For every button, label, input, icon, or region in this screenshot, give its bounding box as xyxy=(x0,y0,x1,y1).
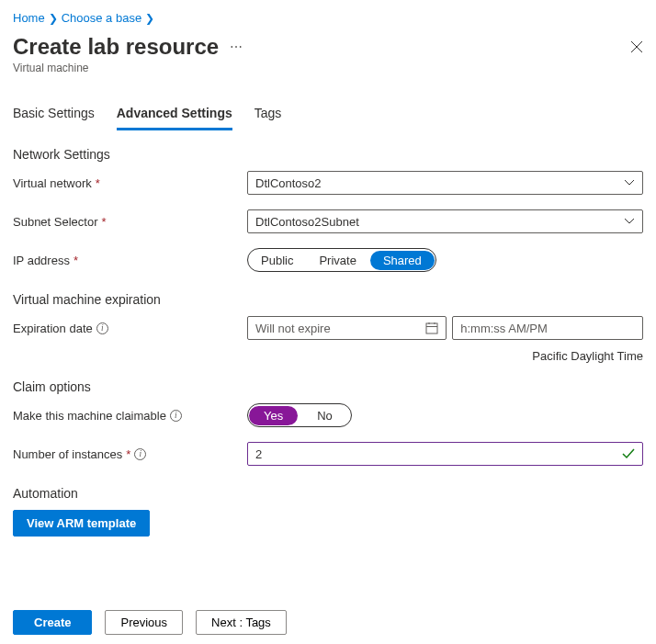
ip-address-toggle: Public Private Shared xyxy=(247,248,436,272)
expiration-date-input[interactable]: Will not expire xyxy=(247,316,447,340)
chevron-right-icon: ❯ xyxy=(49,12,58,25)
ip-private-option[interactable]: Private xyxy=(306,251,368,270)
expiration-date-placeholder: Will not expire xyxy=(255,322,331,335)
ip-address-label: IP address * xyxy=(13,254,247,267)
virtual-network-select[interactable]: DtlContoso2 xyxy=(247,171,643,195)
instances-value: 2 xyxy=(255,447,262,461)
info-icon[interactable]: i xyxy=(96,322,108,334)
tabs: Basic Settings Advanced Settings Tags xyxy=(13,100,643,130)
tab-basic-settings[interactable]: Basic Settings xyxy=(13,100,95,130)
breadcrumb-home[interactable]: Home xyxy=(13,11,45,25)
check-icon xyxy=(622,448,635,459)
claim-options-header: Claim options xyxy=(13,379,643,394)
page-title: Create lab resource xyxy=(13,34,219,60)
claimable-no[interactable]: No xyxy=(299,406,351,425)
vm-expiration-header: Virtual machine expiration xyxy=(13,292,643,307)
claimable-yes[interactable]: Yes xyxy=(249,406,298,425)
automation-header: Automation xyxy=(13,486,643,501)
virtual-network-label: Virtual network * xyxy=(13,176,247,190)
timezone-label: Pacific Daylight Time xyxy=(13,349,643,363)
chevron-down-icon xyxy=(624,218,635,225)
claimable-label: Make this machine claimable i xyxy=(13,409,247,423)
view-arm-template-button[interactable]: View ARM template xyxy=(13,510,150,537)
tab-tags[interactable]: Tags xyxy=(254,100,282,130)
previous-button[interactable]: Previous xyxy=(105,610,183,635)
breadcrumb-choose-base[interactable]: Choose a base xyxy=(62,11,141,25)
breadcrumb: Home ❯ Choose a base ❯ xyxy=(13,11,643,25)
network-settings-header: Network Settings xyxy=(13,147,643,162)
subnet-selector-select[interactable]: DtlContoso2Subnet xyxy=(247,209,643,233)
subnet-selector-value: DtlContoso2Subnet xyxy=(255,215,359,229)
ip-shared-option[interactable]: Shared xyxy=(370,251,435,270)
instances-input[interactable]: 2 xyxy=(247,442,643,466)
chevron-down-icon xyxy=(624,179,635,186)
page-subtitle: Virtual machine xyxy=(13,62,643,74)
info-icon[interactable]: i xyxy=(170,410,182,422)
more-icon[interactable]: ⋯ xyxy=(230,40,243,53)
svg-rect-0 xyxy=(426,323,437,333)
close-icon[interactable] xyxy=(630,40,643,53)
ip-public-option[interactable]: Public xyxy=(248,251,306,270)
virtual-network-value: DtlContoso2 xyxy=(255,176,322,190)
info-icon[interactable]: i xyxy=(134,448,146,460)
footer-actions: Create Previous Next : Tags xyxy=(13,610,643,635)
calendar-icon xyxy=(425,322,438,334)
create-button[interactable]: Create xyxy=(13,610,92,635)
chevron-right-icon: ❯ xyxy=(145,12,154,25)
tab-advanced-settings[interactable]: Advanced Settings xyxy=(117,100,232,130)
expiration-time-placeholder: h:mm:ss AM/PM xyxy=(460,322,548,335)
subnet-selector-label: Subnet Selector * xyxy=(13,215,247,229)
expiration-date-label: Expiration date i xyxy=(13,322,247,335)
expiration-time-input[interactable]: h:mm:ss AM/PM xyxy=(452,316,643,340)
instances-label: Number of instances * i xyxy=(13,447,247,461)
claimable-toggle: Yes No xyxy=(247,403,352,427)
next-tags-button[interactable]: Next : Tags xyxy=(196,610,287,635)
